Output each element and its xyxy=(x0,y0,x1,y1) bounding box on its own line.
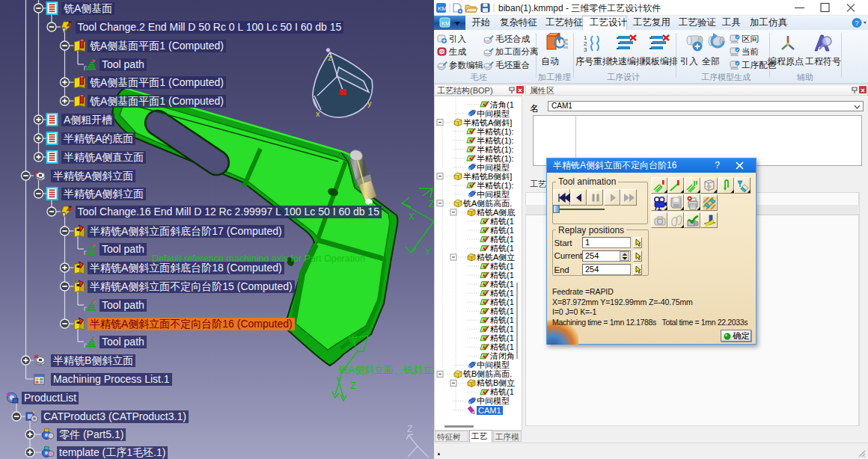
svg-text:z: z xyxy=(328,53,332,62)
svg-text:X: X xyxy=(409,212,415,222)
svg-text:x: x xyxy=(316,109,320,118)
svg-text:Y: Y xyxy=(425,247,431,257)
svg-text:铣A侧斜立面、铣斜立面: 铣A侧斜立面、铣斜立面 xyxy=(338,364,434,375)
svg-text:Z: Z xyxy=(350,381,355,391)
svg-text:biban(1).kmmpd - 三维零件工艺设计软件: biban(1).kmmpd - 三维零件工艺设计软件 xyxy=(498,3,661,13)
svg-text:Z: Z xyxy=(407,424,412,434)
svg-text:?: ? xyxy=(855,19,859,27)
svg-text:W: W xyxy=(349,334,358,345)
svg-text:Z: Z xyxy=(429,199,434,209)
svg-text:3: 3 xyxy=(584,46,587,53)
svg-text:y: y xyxy=(367,99,372,108)
